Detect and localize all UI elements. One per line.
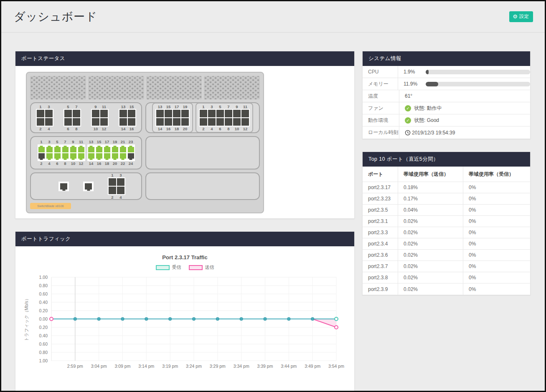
port-number-row: 1315 (119, 104, 135, 109)
port-4[interactable] (208, 118, 216, 126)
port-6[interactable] (216, 118, 224, 126)
top10-row: port2.3.40.02%0% (363, 238, 530, 250)
top10-row: port2.3.10.02%0% (363, 216, 530, 227)
port-15[interactable] (96, 147, 102, 152)
port-3[interactable] (46, 147, 53, 152)
port-17[interactable] (104, 147, 110, 152)
port-18[interactable] (173, 118, 180, 126)
top10-tx-cell: 0.04% (398, 205, 463, 215)
port-9[interactable] (70, 147, 76, 152)
port-7[interactable] (225, 110, 232, 117)
port-19[interactable] (181, 110, 189, 117)
port-2[interactable] (37, 118, 44, 126)
port-7[interactable] (73, 110, 80, 117)
port-16[interactable] (96, 153, 102, 159)
port-4[interactable] (46, 153, 53, 159)
port-5[interactable] (216, 110, 224, 117)
port-number: 12 (77, 161, 85, 166)
port-2[interactable] (200, 118, 207, 126)
system-info-value: ✓状態: Good (399, 114, 530, 126)
svg-text:0.40: 0.40 (39, 300, 48, 305)
top10-tx-cell: 0.18% (398, 182, 463, 193)
port-17[interactable] (173, 110, 180, 117)
port-22[interactable] (120, 153, 126, 159)
port-1[interactable] (37, 110, 44, 117)
port-status-panel-title: ポートステータス (15, 51, 354, 66)
port-15[interactable] (128, 110, 135, 117)
port-11[interactable] (241, 110, 249, 117)
top10-row: port2.3.30.02%0% (363, 227, 530, 238)
port-21[interactable] (120, 147, 126, 152)
port-cell (199, 109, 250, 126)
port-16[interactable] (128, 118, 135, 126)
port-10[interactable] (233, 118, 241, 126)
svg-text:3:54 pm: 3:54 pm (328, 364, 344, 369)
uplink-port[interactable] (60, 183, 67, 190)
port-11[interactable] (100, 110, 108, 117)
port-14[interactable] (119, 118, 127, 126)
port-14[interactable] (88, 153, 94, 159)
traffic-chart[interactable]: 1.000.800.600.400.200.000.200.400.600.80… (22, 274, 348, 377)
port-10[interactable] (92, 118, 99, 126)
port-6[interactable] (54, 153, 61, 159)
port-8[interactable] (62, 153, 69, 159)
legend-item-send[interactable]: 送信 (189, 264, 214, 271)
top10-rx-cell: 0% (463, 193, 530, 204)
port-4[interactable] (117, 187, 124, 194)
port-13[interactable] (119, 110, 127, 117)
port-11[interactable] (78, 147, 84, 152)
port-24[interactable] (128, 153, 134, 159)
port-1[interactable] (200, 110, 207, 117)
port-3[interactable] (208, 110, 216, 117)
port-14[interactable] (156, 118, 164, 126)
port-2[interactable] (38, 153, 45, 159)
port-12[interactable] (241, 118, 249, 126)
port-10[interactable] (70, 153, 76, 159)
receive-swatch-icon (156, 265, 170, 270)
port-3[interactable] (117, 178, 124, 186)
port-5[interactable] (64, 110, 72, 117)
port-1[interactable] (38, 147, 45, 152)
port-strip: 131415161718192021222324 (87, 139, 135, 166)
progress-fill (426, 70, 429, 74)
time-text: 2019/12/3 19:54:39 (412, 130, 455, 136)
port-1[interactable] (109, 178, 116, 186)
port-6[interactable] (64, 118, 72, 126)
port-18[interactable] (104, 153, 110, 159)
port-5[interactable] (54, 147, 61, 152)
slot-1-left: 13245768911101213151416 (30, 102, 142, 133)
dashboard-content: ポートステータス 1324576891110121315141613151719… (1, 33, 545, 392)
port-3[interactable] (45, 110, 53, 117)
port-2[interactable] (109, 187, 116, 194)
port-9[interactable] (92, 110, 99, 117)
top10-rx-cell: 0% (463, 227, 530, 238)
port-number: 15 (128, 104, 135, 109)
port-20[interactable] (112, 153, 118, 159)
port-number: 11 (77, 139, 85, 144)
port-23[interactable] (128, 147, 134, 152)
port-12[interactable] (78, 153, 84, 159)
port-13[interactable] (88, 147, 94, 152)
port-8[interactable] (225, 118, 232, 126)
top10-tx-cell: 0.02% (398, 227, 463, 238)
port-7[interactable] (62, 147, 69, 152)
port-8[interactable] (73, 118, 80, 126)
port-19[interactable] (112, 147, 118, 152)
port-16[interactable] (165, 118, 172, 126)
progress-track (426, 82, 530, 86)
port-13[interactable] (156, 110, 164, 117)
port-9[interactable] (233, 110, 241, 117)
legend-item-receive[interactable]: 受信 (156, 264, 181, 271)
port-20[interactable] (181, 118, 189, 126)
top10-row: port2.3.170.18%0% (363, 182, 530, 193)
settings-button[interactable]: ⚙ 設定 (509, 11, 533, 22)
uplink-port[interactable] (85, 183, 92, 190)
top10-rx-cell: 0% (463, 261, 530, 272)
port-15[interactable] (165, 110, 172, 117)
port-number: 20 (111, 161, 119, 166)
top10-row: port2.3.90.02%0% (363, 283, 530, 295)
port-cell (127, 144, 135, 161)
port-4[interactable] (45, 118, 53, 126)
port-12[interactable] (100, 118, 108, 126)
port-number: 4 (45, 126, 53, 131)
